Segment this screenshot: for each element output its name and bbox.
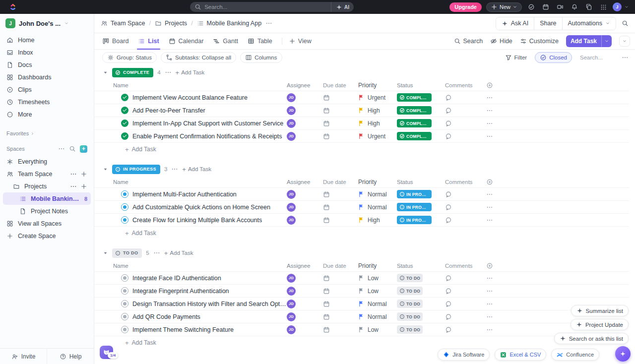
task-priority[interactable]: Normal	[358, 191, 397, 198]
favorites-section[interactable]: Favorites	[0, 128, 94, 139]
task-menu-icon[interactable]	[486, 326, 493, 333]
sidebar-item-home[interactable]: Home	[3, 34, 91, 46]
task-menu-icon[interactable]	[486, 217, 493, 224]
group-add-task-button[interactable]: +Add Task	[176, 69, 205, 76]
collapse-group-icon[interactable]	[103, 250, 108, 256]
task-status-badge[interactable]: TO DO	[397, 300, 423, 308]
assignee-avatar[interactable]: JD	[287, 119, 296, 128]
task-status-badge[interactable]: TO DO	[397, 325, 423, 334]
task-status-badge[interactable]: IN PROGRESS	[397, 203, 432, 211]
comment-icon[interactable]	[445, 133, 452, 140]
search-icon[interactable]	[69, 145, 76, 152]
breadcrumb-projects[interactable]: Projects	[155, 20, 187, 27]
jira-import-button[interactable]: Jira Software	[438, 349, 490, 361]
due-date-icon[interactable]	[323, 120, 330, 127]
group-status-badge[interactable]: TO DO	[112, 248, 142, 258]
add-column-icon[interactable]	[486, 82, 493, 89]
task-status-icon[interactable]	[121, 190, 128, 198]
task-priority[interactable]: Normal	[358, 313, 397, 320]
task-status-badge[interactable]: IN PROGRESS	[397, 216, 432, 224]
customize-button[interactable]: Customize	[520, 38, 559, 45]
group-menu-icon[interactable]	[171, 166, 178, 173]
group-status-badge[interactable]: IN PROGRESS	[112, 165, 160, 174]
clickup-logo[interactable]	[9, 3, 17, 11]
copy-icon[interactable]	[584, 2, 594, 12]
hide-button[interactable]: Hide	[490, 38, 512, 45]
comment-icon[interactable]	[445, 275, 452, 282]
task-name[interactable]: Design Transaction History with Filter a…	[132, 301, 287, 307]
due-date-icon[interactable]	[323, 275, 330, 282]
user-avatar[interactable]: J	[613, 2, 622, 11]
task-name[interactable]: Create Flow for Linking Multiple Bank Ac…	[132, 217, 262, 224]
task-name[interactable]: Enable Payment Confirmation Notification…	[132, 133, 282, 140]
task-name[interactable]: Implement View Account Balance Feature	[132, 94, 248, 101]
column-header-priority[interactable]: Priority	[358, 179, 397, 185]
task-priority[interactable]: Normal	[358, 204, 397, 211]
task-priority[interactable]: Urgent	[358, 133, 397, 140]
comment-icon[interactable]	[445, 326, 452, 333]
assignee-avatar[interactable]: JD	[287, 300, 296, 308]
task-priority[interactable]: Urgent	[358, 94, 397, 101]
comment-icon[interactable]	[445, 301, 452, 307]
task-menu-icon[interactable]	[486, 94, 493, 101]
check-circle-icon[interactable]	[526, 2, 536, 12]
sidebar-item-docs[interactable]: Docs	[3, 59, 91, 71]
group-add-task-button[interactable]: +Add Task	[182, 166, 211, 173]
breadcrumb-team-space[interactable]: Team Space	[101, 20, 145, 27]
task-priority[interactable]: High	[358, 217, 397, 224]
assignee-avatar[interactable]: JD	[287, 274, 296, 283]
column-header-due-date[interactable]: Due date	[323, 263, 358, 269]
toolbar-menu-icon[interactable]	[622, 54, 629, 61]
task-status-icon[interactable]	[121, 203, 128, 211]
task-row[interactable]: Add QR Code PaymentsJDNormalTO DO	[94, 310, 629, 323]
due-date-icon[interactable]	[323, 326, 330, 333]
due-date-icon[interactable]	[323, 313, 330, 320]
share-button[interactable]: Share	[534, 17, 562, 30]
comment-icon[interactable]	[445, 94, 452, 101]
column-header-name[interactable]: Name	[113, 263, 287, 269]
topbar-ai-button[interactable]: AI	[331, 2, 354, 12]
search-icon[interactable]	[622, 20, 629, 27]
space-item-project-notes[interactable]: Project Notes	[3, 205, 91, 217]
add-column-icon[interactable]	[486, 262, 493, 269]
add-view-button[interactable]: View	[289, 38, 312, 45]
add-item-icon[interactable]	[80, 171, 87, 178]
item-menu-icon[interactable]	[70, 183, 77, 190]
due-date-icon[interactable]	[323, 94, 330, 101]
breadcrumb-menu-icon[interactable]	[265, 20, 272, 27]
group-status-badge[interactable]: COMPLETE	[112, 68, 153, 77]
column-header-due-date[interactable]: Due date	[323, 179, 358, 185]
task-status-icon[interactable]	[121, 94, 128, 101]
assignee-avatar[interactable]: JD	[287, 203, 296, 212]
workspace-switcher[interactable]: J John Doe's ...	[0, 14, 94, 33]
comment-icon[interactable]	[445, 120, 452, 127]
sidebar-item-timesheets[interactable]: Timesheets	[3, 96, 91, 108]
collapse-group-icon[interactable]	[103, 70, 108, 75]
project-update-button[interactable]: Project Update	[571, 319, 629, 330]
task-menu-icon[interactable]	[486, 120, 493, 127]
task-menu-icon[interactable]	[486, 191, 493, 198]
task-row[interactable]: Implement In-App Chat Support with Custo…	[94, 117, 629, 130]
task-row[interactable]: Add Customizable Quick Actions on Home S…	[94, 201, 629, 214]
closed-toggle[interactable]: Closed	[535, 52, 572, 63]
space-item-view-all-spaces[interactable]: View all Spaces	[3, 217, 91, 230]
task-status-badge[interactable]: TO DO	[397, 287, 423, 295]
add-task-row[interactable]: +Add Task	[94, 227, 635, 240]
assignee-avatar[interactable]: JD	[287, 312, 296, 321]
task-menu-icon[interactable]	[486, 301, 493, 307]
excel-import-button[interactable]: Excel & CSV	[495, 349, 546, 361]
group-menu-icon[interactable]	[153, 249, 160, 256]
column-header-assignee[interactable]: Assignee	[287, 179, 323, 185]
task-status-badge[interactable]: COMPLETE	[397, 132, 432, 140]
collapse-header-button[interactable]	[619, 36, 630, 47]
tab-list[interactable]: List	[138, 33, 159, 49]
column-header-comments[interactable]: Comments	[445, 263, 486, 269]
sidebar-item-more[interactable]: More	[3, 108, 91, 121]
space-item-everything[interactable]: Everything	[3, 155, 91, 168]
task-status-icon[interactable]	[121, 313, 128, 320]
help-button[interactable]: Help	[47, 349, 94, 364]
space-item-projects[interactable]: Projects	[3, 180, 91, 192]
search-or-ask-button[interactable]: Search or ask this list	[554, 333, 629, 344]
comment-icon[interactable]	[445, 288, 452, 295]
summarize-list-button[interactable]: Summarize list	[571, 305, 629, 316]
